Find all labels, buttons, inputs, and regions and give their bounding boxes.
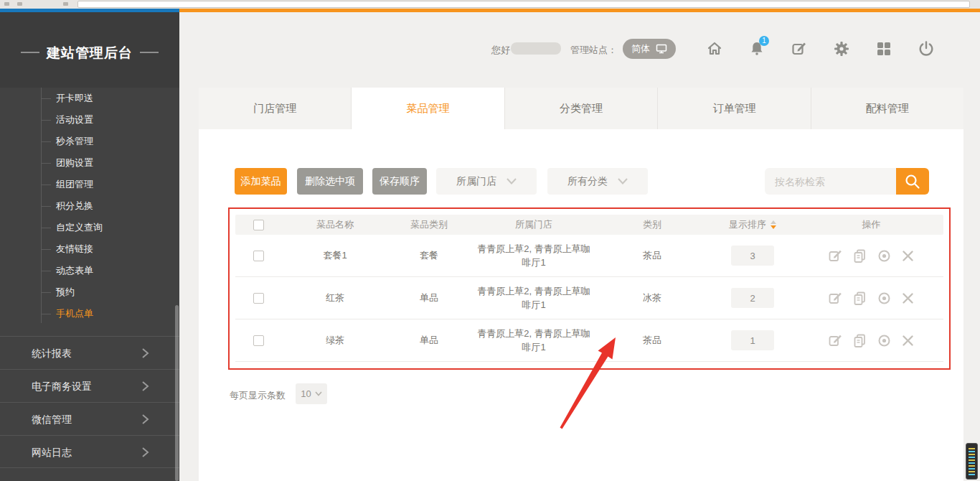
sidebar-menu: 开卡即送 活动设置 秒杀管理 团购设置 组团管理 积分兑换 自定义查询 友情链接… [0, 88, 179, 336]
delete-icon[interactable] [901, 291, 915, 305]
store-filter-dropdown[interactable]: 所属门店 [436, 168, 537, 195]
cell-sort-order[interactable]: 2 [731, 288, 774, 308]
tab-ingredient-management[interactable]: 配料管理 [811, 88, 963, 129]
sidebar-item-zutuanguanli[interactable]: 组团管理 [0, 174, 179, 195]
browser-refresh-icon[interactable] [63, 2, 68, 6]
sidebar-item-zidingyichaxun[interactable]: 自定义查询 [0, 217, 179, 238]
widget-stripes [969, 448, 975, 476]
edit-icon[interactable] [828, 248, 843, 263]
sidebar-item-shoujidiandan[interactable]: 手机点单 [0, 303, 179, 324]
cell-sort-order[interactable]: 1 [731, 330, 774, 350]
row-checkbox[interactable] [253, 293, 264, 304]
delete-icon[interactable] [901, 249, 915, 263]
sidebar-item-miaoshaguanli[interactable]: 秒杀管理 [0, 131, 179, 152]
column-header-category: 类别 [598, 218, 706, 231]
cell-sort-order[interactable]: 3 [731, 246, 774, 266]
tab-store-management[interactable]: 门店管理 [199, 88, 352, 129]
language-label: 简体 [631, 42, 650, 55]
sidebar-header: 建站管理后台 [0, 12, 179, 88]
title-dash-right [140, 52, 159, 53]
sidebar-section-dianzishangwu[interactable]: 电子商务设置 [0, 369, 179, 402]
cell-category: 冰茶 [598, 291, 706, 304]
table-row: 套餐1 套餐 青青原上草2, 青青原上草咖啡厅1 茶品 3 [235, 235, 943, 277]
chevron-down-icon [315, 391, 322, 396]
section-label: 统计报表 [32, 347, 72, 359]
home-icon[interactable] [705, 39, 724, 58]
sidebar-section-wangzhanrizhi[interactable]: 网站日志 [0, 435, 179, 468]
chevron-down-icon [507, 178, 517, 185]
delete-icon[interactable] [901, 334, 915, 347]
compose-icon[interactable] [790, 39, 809, 58]
sidebar-item-dongtaibiaodan[interactable]: 动态表单 [0, 260, 179, 281]
page-size-dropdown[interactable]: 10 [296, 383, 327, 404]
sidebar-section-tongjibaobiao[interactable]: 统计报表 [0, 336, 179, 369]
chevron-right-icon [139, 447, 151, 458]
cell-dish-name: 套餐1 [281, 249, 389, 262]
tab-bar: 门店管理 菜品管理 分类管理 订单管理 配料管理 [199, 88, 963, 129]
sidebar-item-jifenduihuan[interactable]: 积分兑换 [0, 195, 179, 217]
sort-asc-icon[interactable] [771, 220, 776, 224]
view-icon[interactable] [877, 248, 892, 263]
column-header-dish-type: 菜品类别 [389, 218, 469, 231]
search-button[interactable] [896, 168, 929, 195]
cell-store: 青青原上草2, 青青原上草咖啡厅1 [469, 284, 598, 312]
page-size-value: 10 [301, 388, 311, 399]
section-label: 网站日志 [32, 447, 72, 458]
row-checkbox[interactable] [253, 335, 264, 346]
view-icon[interactable] [877, 291, 892, 306]
section-label: 微信管理 [32, 414, 72, 425]
tab-dish-management[interactable]: 菜品管理 [352, 88, 504, 129]
row-checkbox[interactable] [253, 251, 264, 261]
bell-icon[interactable]: 1 [748, 39, 766, 58]
category-filter-dropdown[interactable]: 所有分类 [547, 168, 648, 195]
tab-category-management[interactable]: 分类管理 [505, 88, 658, 129]
delete-selected-button[interactable]: 删除选中项 [297, 168, 363, 195]
table-header-row: 菜品名称 菜品类别 所属门店 类别 显示排序 操作 [235, 215, 943, 235]
search-input[interactable] [765, 168, 896, 195]
browser-back-icon[interactable] [4, 2, 9, 6]
page-size-label: 每页显示条数 [230, 389, 286, 402]
browser-address-bar[interactable] [77, 1, 970, 8]
view-icon[interactable] [877, 333, 892, 348]
site-label: 管理站点： [570, 44, 617, 57]
cell-dish-type: 单品 [389, 334, 469, 347]
sidebar-scrollbar[interactable] [175, 305, 179, 481]
grid-icon[interactable] [875, 39, 893, 58]
search-icon [903, 172, 922, 191]
sidebar-item-youqinglianjie[interactable]: 友情链接 [0, 238, 179, 260]
copy-icon[interactable] [852, 248, 867, 263]
save-order-button[interactable]: 保存顺序 [372, 168, 427, 195]
sidebar: 建站管理后台 开卡即送 活动设置 秒杀管理 团购设置 组团管理 积分兑换 自定义… [0, 12, 179, 481]
copy-icon[interactable] [852, 333, 867, 348]
title-dash-left [21, 52, 39, 53]
tab-order-management[interactable]: 订单管理 [658, 88, 811, 129]
select-all-checkbox[interactable] [253, 220, 264, 230]
sidebar-item-huodongshezhi[interactable]: 活动设置 [0, 109, 179, 131]
edit-icon[interactable] [828, 333, 843, 348]
category-filter-label: 所有分类 [567, 175, 608, 188]
screen-tool-widget[interactable] [966, 443, 978, 480]
sidebar-item-yuyue[interactable]: 预约 [0, 281, 179, 303]
gear-icon[interactable] [832, 39, 851, 58]
redacted-username [511, 42, 561, 55]
cell-category: 茶品 [598, 334, 706, 347]
sidebar-item-kaikajisong[interactable]: 开卡即送 [0, 88, 179, 109]
section-label: 电子商务设置 [32, 380, 92, 392]
copy-icon[interactable] [852, 291, 867, 306]
browser-forward-icon[interactable] [17, 2, 22, 6]
cell-store: 青青原上草2, 青青原上草咖啡厅1 [469, 327, 598, 355]
power-icon[interactable] [917, 39, 936, 58]
cell-dish-type: 单品 [389, 291, 469, 304]
app-title: 建站管理后台 [0, 44, 179, 62]
language-pill[interactable]: 简体 [623, 39, 676, 59]
sidebar-section-weixinguanli[interactable]: 微信管理 [0, 402, 179, 435]
column-header-store: 所属门店 [469, 218, 598, 231]
add-dish-button[interactable]: 添加菜品 [235, 168, 287, 195]
cell-dish-type: 套餐 [389, 249, 469, 262]
browser-bar [0, 0, 980, 9]
edit-icon[interactable] [828, 291, 843, 306]
sort-desc-icon[interactable] [771, 225, 776, 229]
sidebar-item-tuangoushezhi[interactable]: 团购设置 [0, 152, 179, 174]
greeting-text: 您好 [491, 44, 510, 57]
chevron-right-icon [139, 414, 151, 425]
